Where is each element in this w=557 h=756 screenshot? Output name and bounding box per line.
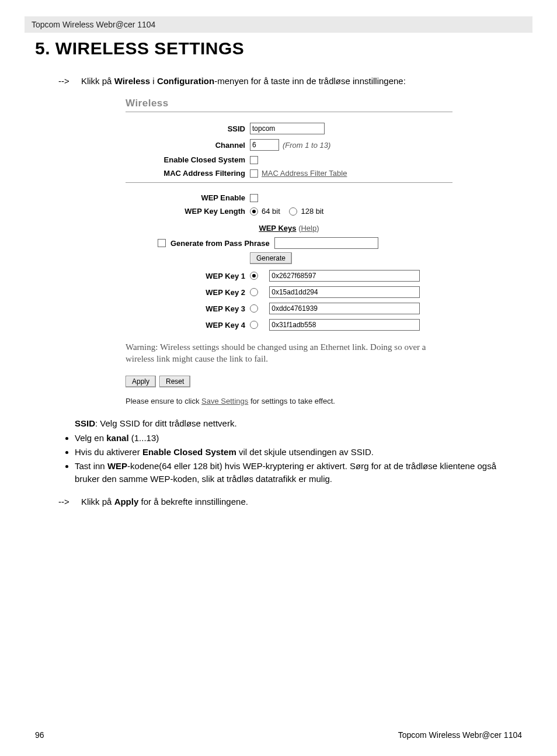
intro-config: Configuration: [157, 76, 214, 86]
help-link[interactable]: Help: [301, 224, 316, 233]
reset-button[interactable]: Reset: [159, 376, 190, 387]
page-number: 96: [35, 730, 44, 740]
wep-keys-title: WEP Keys: [259, 224, 296, 233]
intro-mid: i: [150, 76, 157, 86]
mac-filter-link[interactable]: MAC Address Filter Table: [262, 169, 347, 178]
arrow-icon: -->: [58, 497, 69, 507]
channel-hint: (From 1 to 13): [283, 141, 330, 150]
settings-panel: Wireless SSID Channel (From 1 to 13) Ena…: [126, 98, 452, 405]
page-title: 5. WIRELESS SETTINGS: [35, 39, 522, 58]
wep-key-3-radio[interactable]: [250, 304, 258, 313]
outro-pre: Klikk på: [81, 497, 114, 507]
note-ssid-b: SSID: [75, 418, 95, 428]
save-note-pre: Please ensure to click: [126, 397, 201, 405]
passphrase-label: Generate from Pass Phrase: [170, 239, 270, 248]
save-settings-link[interactable]: Save Settings: [201, 397, 248, 405]
wep-key-2-label: WEP Key 2: [126, 288, 250, 297]
wep-128-label: 128 bit: [301, 207, 323, 216]
closed-system-label: Enable Closed System: [126, 155, 250, 164]
apply-button[interactable]: Apply: [126, 376, 156, 387]
save-note: Please ensure to click Save Settings for…: [126, 397, 452, 405]
wep-key-4-radio[interactable]: [250, 321, 258, 329]
intro-post: -menyen for å taste inn de trådløse inns…: [214, 76, 406, 86]
outro-apply: Apply: [114, 497, 139, 507]
footer-product: Topcom Wireless Webr@cer 1104: [398, 730, 522, 740]
explanatory-notes: SSID: Velg SSID for ditt trådløse nettve…: [58, 417, 522, 485]
intro-text: Klikk på: [81, 76, 114, 86]
wep-key-1-radio[interactable]: [250, 272, 258, 280]
intro-line: --> Klikk på Wireless i Configuration-me…: [58, 76, 522, 86]
divider: [126, 182, 452, 183]
wep-key-2-radio[interactable]: [250, 288, 258, 296]
channel-label: Channel: [126, 141, 250, 150]
mac-filter-checkbox[interactable]: [250, 169, 258, 178]
list-item: Tast inn WEP-kodene(64 eller 128 bit) hv…: [75, 460, 522, 485]
ssid-label: SSID: [126, 124, 250, 133]
list-item: Hvis du aktiverer Enable Closed System v…: [75, 446, 522, 459]
note-ssid: : Velg SSID for ditt trådløse nettverk.: [95, 418, 237, 428]
wep-64-label: 64 bit: [262, 207, 280, 216]
arrow-icon: -->: [58, 76, 69, 86]
outro-line: --> Klikk på Apply for å bekrefte innsti…: [58, 497, 522, 507]
wep-key-2-input[interactable]: [269, 286, 420, 298]
passphrase-input[interactable]: [274, 237, 378, 249]
wep-key-3-label: WEP Key 3: [126, 304, 250, 313]
wep-key-1-label: WEP Key 1: [126, 272, 250, 280]
list-item: Velg en kanal (1...13): [75, 432, 522, 445]
wep-keys-heading: WEP Keys (Help): [126, 224, 452, 233]
wep-key-4-label: WEP Key 4: [126, 321, 250, 330]
wep-length-label: WEP Key Length: [126, 207, 250, 216]
ssid-input[interactable]: [250, 123, 325, 134]
closed-system-checkbox[interactable]: [250, 156, 258, 164]
outro-post: for å bekrefte innstillingene.: [138, 497, 248, 507]
wep-key-4-input[interactable]: [269, 319, 420, 331]
wep-key-1-input[interactable]: [269, 270, 420, 282]
intro-wireless: Wireless: [114, 76, 151, 86]
generate-button[interactable]: Generate: [250, 252, 292, 264]
panel-title: Wireless: [126, 98, 452, 109]
passphrase-checkbox[interactable]: [158, 239, 166, 247]
mac-filter-label: MAC Address Filtering: [126, 169, 250, 178]
divider: [126, 112, 452, 112]
wep-enable-label: WEP Enable: [126, 193, 250, 202]
warning-text: Warning: Wireless settings should be cha…: [126, 341, 452, 365]
save-note-post: for settings to take effect.: [248, 397, 335, 405]
doc-header: Topcom Wireless Webr@cer 1104: [25, 16, 532, 33]
channel-input[interactable]: [250, 139, 279, 151]
wep-64-radio[interactable]: [250, 207, 258, 216]
wep-enable-checkbox[interactable]: [250, 194, 258, 202]
wep-128-radio[interactable]: [289, 207, 297, 216]
wep-key-3-input[interactable]: [269, 303, 420, 314]
